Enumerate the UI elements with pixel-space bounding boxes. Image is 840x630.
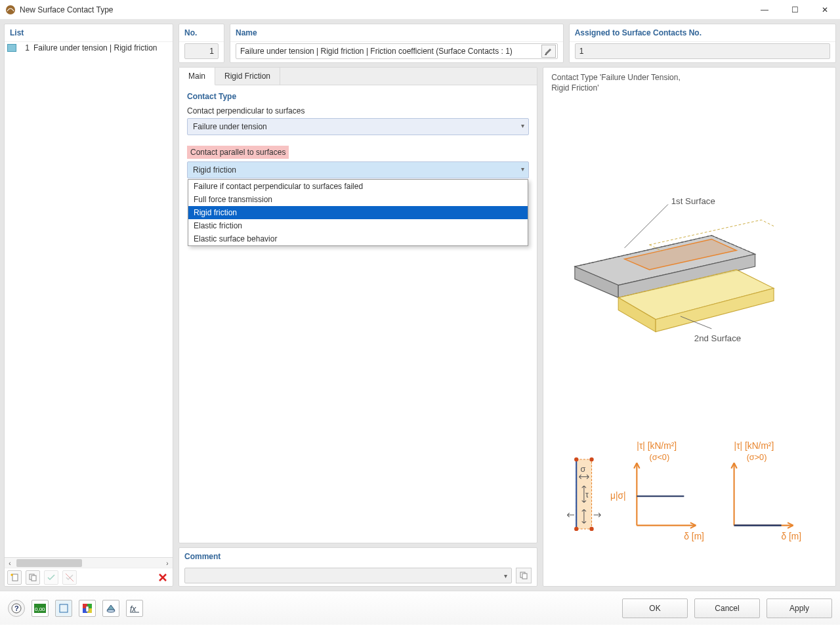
function-button[interactable]: fx — [126, 600, 143, 617]
parallel-option[interactable]: Full force transmission — [188, 193, 528, 206]
ok-button[interactable]: OK — [622, 598, 688, 618]
svg-text:(σ<0): (σ<0) — [650, 453, 670, 462]
mid-row: Main Rigid Friction Contact Type Contact… — [178, 67, 836, 587]
render-icon — [106, 604, 116, 613]
units-button[interactable]: 0,00 — [32, 600, 49, 617]
list-panel: List 1 Failure under tension | Rigid fri… — [4, 24, 173, 587]
help-button[interactable]: ? — [8, 600, 25, 617]
assigned-field[interactable]: 1 — [575, 43, 830, 59]
app-icon — [5, 5, 16, 15]
minimize-button[interactable]: — — [749, 0, 780, 20]
view-button[interactable] — [55, 600, 72, 617]
check-button — [44, 570, 58, 585]
list-item-text: Failure under tension | Rigid friction — [33, 43, 158, 52]
svg-text:δ [m]: δ [m] — [684, 532, 704, 541]
svg-text:|τ| [kN/m²]: |τ| [kN/m²] — [637, 441, 677, 451]
parallel-option[interactable]: Rigid friction — [188, 206, 528, 219]
svg-line-8 — [625, 204, 668, 247]
svg-text:fx: fx — [130, 604, 136, 613]
perpendicular-value: Failure under tension — [193, 122, 267, 131]
close-button[interactable]: ✕ — [810, 0, 840, 20]
svg-text:?: ? — [14, 604, 19, 612]
number-header: No. — [179, 24, 224, 42]
parallel-option[interactable]: Elastic friction — [188, 219, 528, 232]
svg-point-22 — [574, 457, 578, 461]
svg-rect-1 — [12, 574, 18, 581]
chevron-down-icon: ▾ — [504, 572, 507, 579]
tab-body-main: Contact Type Contact perpendicular to su… — [179, 85, 537, 543]
tab-rigid-friction[interactable]: Rigid Friction — [215, 68, 280, 85]
main-area: List 1 Failure under tension | Rigid fri… — [0, 20, 840, 591]
svg-rect-3 — [32, 576, 36, 581]
surfaces-illustration: 1st Surface — [550, 186, 786, 422]
delete-button[interactable] — [156, 570, 170, 585]
chevron-down-icon: ▾ — [521, 165, 524, 173]
name-header: Name — [230, 24, 563, 42]
scroll-left-icon[interactable]: ‹ — [5, 558, 15, 568]
svg-text:δ [m]: δ [m] — [782, 532, 802, 541]
left-mid-column: Main Rigid Friction Contact Type Contact… — [178, 67, 537, 587]
colors-icon — [83, 604, 92, 613]
tabs-container: Main Rigid Friction Contact Type Contact… — [178, 67, 537, 543]
scroll-right-icon[interactable]: › — [162, 558, 173, 568]
svg-text:σ: σ — [581, 465, 586, 474]
assigned-value: 1 — [579, 47, 584, 56]
render-button[interactable] — [102, 600, 119, 617]
assigned-panel: Assigned to Surface Contacts No. 1 — [569, 24, 836, 63]
new-icon — [10, 573, 19, 582]
name-field[interactable]: Failure under tension | Rigid friction |… — [236, 43, 558, 59]
svg-rect-50 — [86, 606, 89, 612]
illustration-panel: Contact Type 'Failure Under Tension, Rig… — [543, 67, 836, 587]
parallel-dropdown[interactable]: Rigid friction ▾ Failure if contact perp… — [187, 161, 529, 178]
window-controls: — ☐ ✕ — [749, 0, 840, 20]
parallel-value: Rigid friction — [193, 165, 236, 175]
svg-text:τ: τ — [585, 490, 589, 499]
comment-extra-button[interactable] — [516, 568, 532, 583]
perpendicular-dropdown[interactable]: Failure under tension ▾ — [187, 118, 529, 135]
help-icon: ? — [11, 603, 22, 614]
colors-button[interactable] — [79, 600, 96, 617]
parallel-option[interactable]: Failure if contact perpendicular to surf… — [188, 180, 528, 193]
parallel-label: Contact parallel to surfaces — [187, 146, 289, 159]
svg-text:0,00: 0,00 — [35, 606, 45, 612]
svg-text:|τ| [kN/m²]: |τ| [kN/m²] — [734, 441, 774, 451]
tab-main[interactable]: Main — [179, 68, 215, 85]
number-value: 1 — [209, 47, 214, 56]
comment-combo[interactable]: ▾ — [184, 568, 512, 583]
apply-button[interactable]: Apply — [766, 598, 832, 618]
list-item-index: 1 — [20, 43, 30, 52]
check-icon — [47, 573, 56, 582]
svg-rect-45 — [60, 604, 68, 612]
list-hscrollbar[interactable]: ‹ › — [5, 557, 173, 568]
dialog-footer: ? 0,00 — [0, 591, 840, 625]
uncheck-icon — [65, 573, 74, 582]
scroll-thumb[interactable] — [16, 559, 82, 567]
maximize-button[interactable]: ☐ — [780, 0, 810, 20]
list-item[interactable]: 1 Failure under tension | Rigid friction — [5, 42, 173, 54]
edit-name-button[interactable] — [541, 45, 556, 58]
right-area: No. 1 Name Failure under tension | Rigid… — [178, 24, 836, 587]
cancel-button[interactable]: Cancel — [694, 598, 760, 618]
svg-point-52 — [107, 610, 115, 612]
contact-type-title: Contact Type — [187, 92, 529, 101]
new-item-button[interactable] — [7, 570, 22, 585]
titlebar: New Surface Contact Type — ☐ ✕ — [0, 0, 840, 20]
comment-panel: Comment ▾ — [178, 547, 537, 587]
units-icon: 0,00 — [34, 604, 46, 613]
duplicate-icon — [28, 573, 37, 582]
number-panel: No. 1 — [178, 24, 224, 63]
svg-rect-7 — [522, 574, 527, 579]
svg-rect-5 — [545, 54, 547, 55]
number-field[interactable]: 1 — [184, 43, 219, 59]
list-item-swatch — [7, 44, 16, 52]
svg-point-0 — [6, 5, 15, 14]
perpendicular-label: Contact perpendicular to surfaces — [187, 106, 529, 116]
duplicate-button[interactable] — [26, 570, 40, 585]
window-title: New Surface Contact Type — [20, 5, 749, 14]
pencil-icon — [544, 47, 553, 56]
top-row: No. 1 Name Failure under tension | Rigid… — [178, 24, 836, 63]
function-icon: fx — [129, 604, 140, 613]
assigned-header: Assigned to Surface Contacts No. — [570, 24, 835, 42]
name-panel: Name Failure under tension | Rigid frict… — [230, 24, 564, 63]
parallel-option[interactable]: Elastic surface behavior — [188, 232, 528, 245]
